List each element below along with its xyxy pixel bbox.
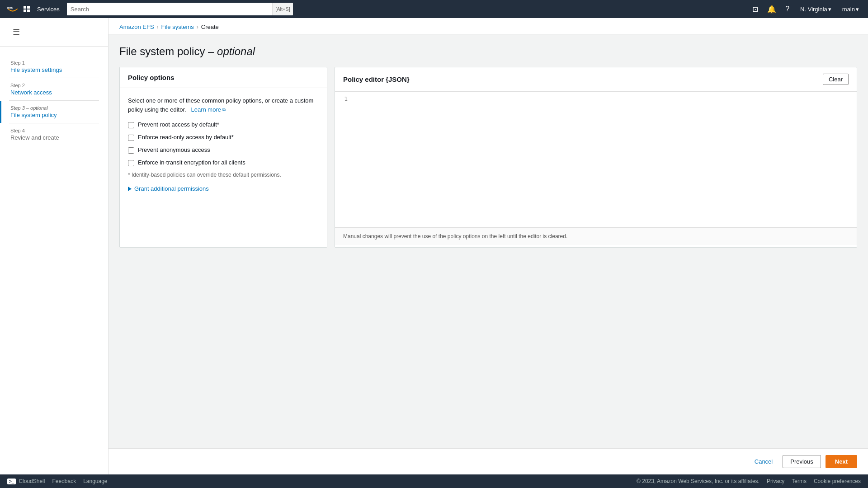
cloudshell-item: >_ CloudShell [7, 478, 45, 484]
step-4-label: Step 4 [10, 128, 99, 133]
privacy-link[interactable]: Privacy [767, 478, 784, 484]
feedback-link[interactable]: Feedback [52, 478, 76, 484]
checkbox-prevent-root-label: Prevent root access by default* [138, 121, 219, 128]
step-item-3: Step 3 – optional File system policy [0, 101, 108, 123]
services-label: Services [37, 6, 60, 13]
breadcrumb-efs[interactable]: Amazon EFS [119, 23, 154, 30]
help-icon-button[interactable]: ? [782, 3, 793, 15]
line-numbers: 1 [339, 95, 348, 224]
content-area: Amazon EFS › File systems › Create File … [108, 18, 868, 474]
breadcrumb-sep-2: › [197, 24, 198, 30]
checkbox-enforce-encryption-label: Enforce in-transit encryption for all cl… [138, 159, 245, 166]
page-title: File system policy – optional [119, 45, 857, 58]
policy-editor-textarea[interactable] [351, 95, 853, 224]
grant-additional-label: Grant additional permissions [134, 185, 209, 192]
breadcrumb-sep-1: › [157, 24, 159, 30]
two-column-layout: Policy options Select one or more of the… [119, 67, 857, 248]
policy-editor-header: Policy editor {JSON} Clear [335, 67, 857, 92]
checkbox-prevent-root: Prevent root access by default* [128, 121, 319, 128]
grid-icon [24, 6, 30, 12]
step-2-name[interactable]: Network access [10, 89, 99, 96]
step-3-label: Step 3 – optional [10, 105, 99, 111]
policy-options-body: Select one or more of these common polic… [120, 88, 327, 200]
policy-options-panel: Policy options Select one or more of the… [119, 67, 327, 248]
line-number-1: 1 [339, 95, 348, 102]
grant-additional-button[interactable]: Grant additional permissions [128, 185, 209, 192]
identity-note: * Identity-based policies can override t… [128, 172, 319, 178]
checkbox-enforce-readonly-input[interactable] [128, 135, 134, 141]
page-content: File system policy – optional Policy opt… [108, 34, 868, 448]
language-link[interactable]: Language [83, 478, 107, 484]
region-selector[interactable]: N. Virginia ▾ [797, 4, 835, 14]
nav-icons: ⊡ 🔔 ? [749, 3, 793, 15]
breadcrumb: Amazon EFS › File systems › Create [108, 18, 868, 34]
checkbox-enforce-readonly-label: Enforce read-only access by default* [138, 134, 234, 141]
step-item-2: Step 2 Network access [0, 78, 108, 100]
top-navigation: aws Services [Alt+S] ⊡ 🔔 ? N. Virginia ▾… [0, 0, 868, 18]
search-input[interactable] [67, 3, 272, 15]
step-1-label: Step 1 [10, 60, 99, 66]
checkbox-prevent-anon-input[interactable] [128, 147, 134, 154]
cancel-button[interactable]: Cancel [749, 455, 778, 468]
aws-logo: aws [5, 5, 20, 14]
sidebar-toggle[interactable]: ☰ [5, 22, 27, 42]
services-button[interactable]: Services [33, 4, 63, 14]
checkbox-enforce-readonly: Enforce read-only access by default* [128, 134, 319, 141]
learn-more-link[interactable]: Learn more ⧉ [191, 105, 225, 114]
policy-editor-title: Policy editor {JSON} [343, 75, 410, 83]
console-label: main [842, 6, 855, 13]
step-1-name[interactable]: File system settings [10, 66, 99, 73]
step-2-label: Step 2 [10, 83, 99, 88]
footer-left: >_ CloudShell Feedback Language [7, 478, 108, 484]
policy-description: Select one or more of these common polic… [128, 96, 319, 114]
sidebar-top: ☰ [0, 18, 108, 47]
step-item-4: Step 4 Review and create [0, 123, 108, 145]
triangle-icon [128, 187, 132, 191]
editor-area: 1 [335, 92, 857, 227]
editor-note: Manual changes will prevent the use of t… [335, 227, 857, 245]
breadcrumb-create: Create [201, 23, 219, 30]
checkbox-prevent-anon-label: Prevent anonymous access [138, 146, 210, 153]
checkbox-enforce-encryption: Enforce in-transit encryption for all cl… [128, 159, 319, 166]
policy-options-header: Policy options [120, 67, 327, 88]
region-chevron: ▾ [828, 6, 831, 13]
step-3-name[interactable]: File system policy [10, 112, 99, 118]
external-link-icon: ⧉ [222, 106, 226, 113]
step-4-name: Review and create [10, 134, 99, 141]
footer-right: © 2023, Amazon Web Services, Inc. or its… [637, 478, 861, 484]
previous-button[interactable]: Previous [783, 455, 821, 468]
checkbox-prevent-anon: Prevent anonymous access [128, 146, 319, 154]
search-bar: [Alt+S] [67, 3, 293, 15]
footer-copyright: © 2023, Amazon Web Services, Inc. or its… [637, 478, 760, 484]
policy-options-title: Policy options [128, 74, 175, 81]
cloudshell-icon: >_ [7, 479, 16, 484]
cloud-icon-button[interactable]: ⊡ [749, 3, 762, 15]
next-button[interactable]: Next [826, 455, 857, 468]
cookie-link[interactable]: Cookie preferences [814, 478, 861, 484]
policy-editor-panel: Policy editor {JSON} Clear 1 Manual chan… [335, 67, 857, 248]
breadcrumb-filesystems[interactable]: File systems [161, 23, 194, 30]
clear-button[interactable]: Clear [823, 74, 849, 85]
search-shortcut: [Alt+S] [272, 3, 293, 15]
checkbox-enforce-encryption-input[interactable] [128, 160, 134, 166]
console-chevron: ▾ [856, 6, 859, 13]
terms-link[interactable]: Terms [792, 478, 807, 484]
footer: >_ CloudShell Feedback Language © 2023, … [0, 474, 868, 488]
bell-icon-button[interactable]: 🔔 [764, 3, 780, 15]
checkbox-prevent-root-input[interactable] [128, 122, 134, 128]
cloudshell-link[interactable]: CloudShell [19, 478, 45, 484]
console-selector[interactable]: main ▾ [839, 4, 863, 14]
steps-navigation: Step 1 File system settings Step 2 Netwo… [0, 47, 108, 155]
bottom-bar: Cancel Previous Next [108, 448, 868, 474]
svg-text:aws: aws [7, 6, 13, 9]
region-label: N. Virginia [800, 6, 827, 13]
left-panel: ☰ Step 1 File system settings Step 2 Net… [0, 18, 108, 474]
step-item-1: Step 1 File system settings [0, 56, 108, 78]
